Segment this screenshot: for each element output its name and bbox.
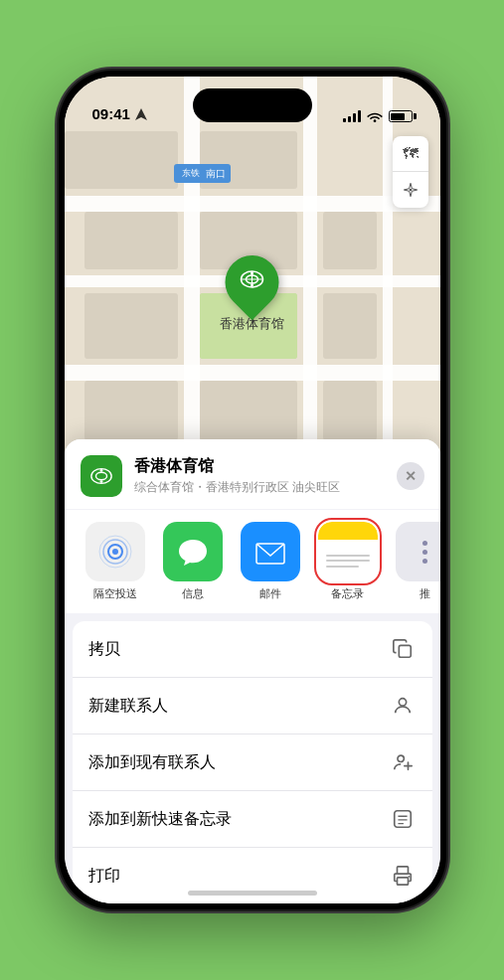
location-name: 香港体育馆 [134, 456, 385, 477]
svg-point-29 [99, 469, 102, 472]
notes-icon [318, 522, 378, 581]
svg-rect-41 [394, 811, 411, 828]
action-row-new-contact[interactable]: 新建联系人 [73, 678, 432, 735]
stadium-pin-inner [240, 266, 265, 298]
stadium-marker: 香港体育馆 [220, 255, 284, 333]
mail-icon [241, 522, 300, 581]
svg-rect-36 [399, 645, 411, 657]
close-button[interactable]: ✕ [397, 462, 424, 490]
mail-svg [252, 534, 288, 570]
venue-icon [89, 464, 113, 488]
print-svg [392, 865, 414, 887]
copy-icon [389, 635, 417, 663]
person-svg [392, 695, 414, 717]
location-info: 香港体育馆 综合体育馆・香港特别行政区 油尖旺区 [134, 456, 385, 496]
location-subtitle: 综合体育馆・香港特别行政区 油尖旺区 [134, 479, 385, 496]
map-area[interactable]: 东铁 南口 [65, 77, 440, 494]
person-icon [389, 692, 417, 720]
messages-icon [163, 522, 223, 581]
svg-rect-7 [383, 77, 393, 494]
svg-point-25 [251, 284, 253, 287]
svg-point-37 [399, 699, 406, 706]
copy-label: 拷贝 [88, 639, 120, 660]
svg-rect-17 [65, 131, 178, 189]
map-controls[interactable]: 🗺 [393, 136, 428, 208]
stadium-icon [240, 266, 265, 292]
location-button[interactable] [393, 172, 428, 208]
svg-rect-5 [184, 77, 200, 494]
svg-rect-46 [397, 878, 408, 885]
home-indicator [188, 891, 317, 896]
svg-point-24 [251, 272, 253, 275]
svg-point-47 [408, 876, 410, 878]
add-contact-label: 添加到现有联系人 [88, 752, 216, 773]
new-contact-label: 新建联系人 [88, 696, 168, 717]
app-item-more[interactable]: 推 [387, 522, 440, 601]
more-label: 推 [420, 586, 430, 601]
compass-icon [403, 182, 419, 198]
apps-row: 隔空投送 信息 [65, 510, 440, 613]
messages-label: 信息 [182, 586, 204, 601]
app-item-notes[interactable]: 备忘录 [309, 522, 387, 601]
phone-frame: 09:41 [59, 71, 446, 909]
svg-rect-13 [323, 293, 377, 359]
copy-svg [392, 638, 414, 660]
app-item-mail[interactable]: 邮件 [232, 522, 309, 601]
bottom-sheet: 香港体育馆 综合体育馆・香港特别行政区 油尖旺区 ✕ [65, 439, 440, 903]
svg-marker-0 [135, 108, 147, 120]
note-icon [389, 805, 417, 833]
status-time: 09:41 [92, 105, 130, 122]
action-row-add-contact[interactable]: 添加到现有联系人 [73, 735, 432, 791]
battery-icon [389, 110, 413, 122]
notes-label: 备忘录 [331, 586, 364, 601]
svg-rect-10 [323, 212, 377, 269]
subway-station-name: 南口 [206, 167, 226, 181]
signal-icon [343, 110, 361, 122]
print-label: 打印 [88, 866, 120, 887]
svg-point-38 [397, 755, 403, 761]
print-icon [389, 862, 417, 890]
subway-line-icon: 东铁 [179, 166, 203, 181]
app-item-messages[interactable]: 信息 [154, 522, 232, 601]
action-row-copy[interactable]: 拷贝 [73, 621, 432, 678]
svg-rect-16 [323, 381, 377, 440]
note-svg [392, 808, 414, 830]
svg-point-28 [95, 472, 106, 479]
location-header: 香港体育馆 综合体育馆・香港特别行政区 油尖旺区 ✕ [65, 439, 440, 509]
wifi-icon [367, 110, 383, 122]
person-add-svg [392, 751, 414, 773]
svg-point-30 [99, 480, 102, 483]
airdrop-label: 隔空投送 [93, 586, 137, 601]
svg-rect-45 [397, 867, 408, 874]
dynamic-island [193, 88, 312, 122]
quick-note-label: 添加到新快速备忘录 [88, 809, 232, 830]
svg-point-26 [409, 189, 412, 192]
location-arrow-icon [134, 107, 148, 121]
mail-label: 邮件 [259, 586, 281, 601]
action-list: 拷贝 新建联系人 [73, 621, 432, 903]
airdrop-svg [98, 535, 132, 569]
svg-rect-15 [84, 381, 178, 440]
messages-svg [175, 534, 211, 570]
svg-rect-12 [84, 293, 178, 359]
app-item-airdrop[interactable]: 隔空投送 [77, 522, 154, 601]
action-row-quick-note[interactable]: 添加到新快速备忘录 [73, 791, 432, 848]
subway-label: 东铁 南口 [174, 164, 231, 183]
svg-rect-6 [303, 77, 317, 494]
stadium-pin [214, 245, 289, 320]
more-icon [396, 522, 440, 581]
svg-point-34 [112, 549, 118, 555]
airdrop-icon [85, 522, 145, 581]
status-icons [343, 110, 413, 122]
svg-rect-9 [84, 212, 178, 269]
map-type-button[interactable]: 🗺 [393, 136, 428, 172]
location-venue-icon [81, 455, 122, 497]
person-add-icon [389, 748, 417, 776]
svg-rect-14 [200, 381, 297, 440]
phone-screen: 09:41 [65, 77, 440, 903]
